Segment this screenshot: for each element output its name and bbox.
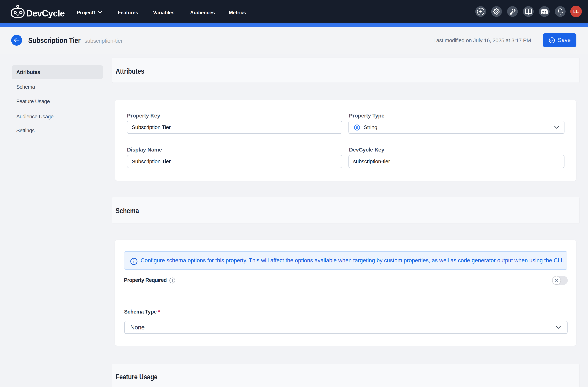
svg-text:S: S xyxy=(356,126,358,129)
